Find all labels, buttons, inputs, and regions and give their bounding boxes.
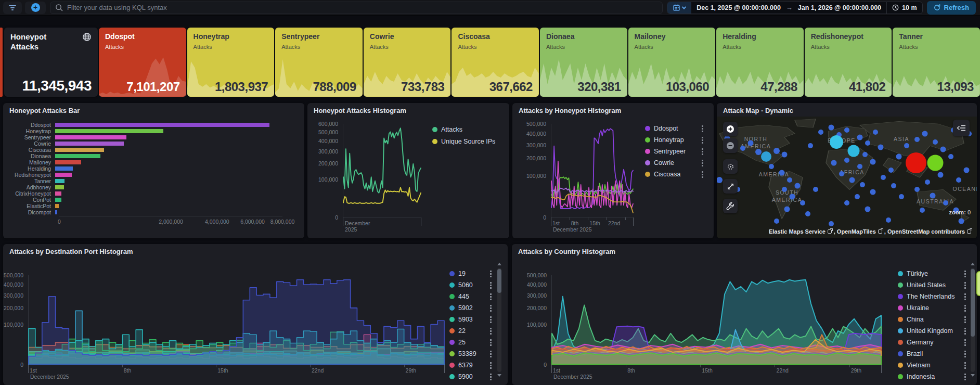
bar-ciscoasa[interactable] [55, 148, 104, 152]
map-attack-point[interactable] [795, 183, 801, 189]
chart-plot[interactable] [551, 275, 881, 365]
map-attack-point[interactable] [844, 127, 849, 133]
map-attack-point[interactable] [769, 164, 774, 169]
map-attack-point[interactable] [844, 158, 849, 163]
panel-title[interactable]: Attacks by Honeypot Histogram [519, 107, 621, 114]
map-attack-point[interactable] [773, 148, 780, 154]
map-attack-point[interactable] [829, 221, 834, 226]
legend-item-china[interactable]: China [898, 315, 924, 324]
legend-scroll-up[interactable] [971, 263, 975, 265]
filter-menu-button[interactable] [3, 2, 22, 14]
legend-menu-button[interactable] [961, 338, 969, 346]
map-attack-point[interactable] [914, 187, 920, 192]
map-attack-point[interactable] [831, 160, 837, 165]
legend-item-attacks[interactable]: Attacks [432, 125, 462, 134]
legend-menu-button[interactable] [961, 350, 969, 358]
map-attack-point[interactable] [782, 187, 787, 192]
map-attribution-link[interactable]: OpenStreetMap contributors [887, 228, 965, 235]
map-attack-point[interactable] [943, 200, 948, 206]
legend-item-5902[interactable]: 5902 [449, 303, 473, 313]
map-attack-point[interactable] [755, 149, 762, 155]
map-attack-point[interactable] [959, 219, 964, 224]
map-attack-point[interactable] [787, 177, 792, 183]
map-attack-point[interactable] [930, 193, 936, 199]
legend-menu-button[interactable] [487, 373, 494, 381]
map-attack-point[interactable] [922, 131, 928, 136]
map-attack-point[interactable] [904, 143, 909, 148]
map-attack-cluster[interactable] [761, 151, 771, 162]
legend-item-5900[interactable]: 5900 [449, 372, 473, 381]
legend-item-ciscoasa[interactable]: Ciscoasa [645, 170, 680, 179]
chart-plot[interactable] [28, 275, 444, 365]
bar-dicompot[interactable] [55, 210, 57, 214]
panel-title[interactable]: Attacks by Destination Port Histogram [9, 248, 133, 255]
legend-item-22[interactable]: 22 [449, 326, 466, 336]
legend-scroll-down[interactable] [971, 374, 975, 377]
map-attack-point[interactable] [844, 200, 849, 206]
legend-item-vietnam[interactable]: Vietnam [898, 361, 931, 370]
bar-tanner[interactable] [55, 179, 65, 183]
map-locate-button[interactable] [723, 159, 738, 174]
legend-scrollbar-thumb[interactable] [971, 269, 975, 337]
legend-menu-button[interactable] [961, 327, 969, 335]
legend-item-5903[interactable]: 5903 [449, 315, 473, 324]
legend-menu-button[interactable] [961, 292, 969, 301]
legend-item-the-netherlands[interactable]: The Netherlands [898, 292, 955, 301]
legend-menu-button[interactable] [699, 124, 706, 133]
map-attack-point[interactable] [891, 183, 896, 188]
map-zoom-out-button[interactable] [723, 138, 738, 153]
map-attack-point[interactable] [888, 168, 894, 173]
map-attack-point[interactable] [865, 140, 870, 146]
map-attack-cluster[interactable] [830, 135, 843, 149]
map-attack-cluster[interactable] [847, 145, 859, 157]
bar-ddospot[interactable] [55, 123, 269, 127]
legend-item-445[interactable]: 445 [449, 292, 469, 301]
map-attribution-link[interactable]: Elastic Maps Service [769, 228, 826, 235]
bar-sentrypeer[interactable] [55, 135, 126, 139]
legend-scroll-down[interactable] [497, 374, 501, 377]
map-attack-point[interactable] [748, 140, 754, 146]
legend-menu-button[interactable] [961, 304, 969, 312]
search-input[interactable] [67, 4, 657, 11]
map-attack-point[interactable] [938, 172, 944, 178]
map-attack-point[interactable] [899, 194, 904, 199]
legend-menu-button[interactable] [699, 170, 706, 178]
map-attack-point[interactable] [740, 146, 745, 151]
legend-menu-button[interactable] [961, 270, 969, 278]
map-attack-point[interactable] [881, 175, 886, 180]
map-attack-point[interactable] [870, 159, 876, 164]
calendar-button[interactable] [667, 2, 691, 14]
map-attack-point[interactable] [933, 139, 938, 145]
bar-cowrie[interactable] [55, 142, 124, 146]
map-tools-button[interactable] [723, 199, 738, 213]
world-map[interactable]: zoom: 0 Elastic Maps Service, OpenMapTil… [717, 117, 977, 238]
legend-menu-button[interactable] [699, 159, 706, 167]
bar-citrixhoneypot[interactable] [55, 191, 61, 196]
legend-item-cowrie[interactable]: Cowrie [645, 158, 674, 168]
legend-menu-button[interactable] [961, 281, 969, 289]
legend-item-25[interactable]: 25 [449, 338, 466, 347]
map-attack-point[interactable] [829, 125, 834, 131]
map-attack-point[interactable] [839, 171, 844, 176]
map-attack-point[interactable] [857, 164, 862, 169]
legend-item-indonesia[interactable]: Indonesia [898, 372, 935, 381]
bar-conpot[interactable] [55, 198, 61, 202]
bar-heralding[interactable] [55, 166, 73, 171]
chart-plot[interactable] [551, 124, 633, 217]
legend-menu-button[interactable] [961, 315, 969, 324]
map-attack-point[interactable] [805, 211, 810, 216]
map-attack-cluster[interactable] [927, 155, 944, 171]
map-attack-point[interactable] [813, 187, 818, 192]
map-attack-point[interactable] [857, 134, 863, 140]
legend-item-united-states[interactable]: United States [898, 280, 946, 290]
legend-item-53389[interactable]: 53389 [449, 349, 476, 358]
panel-title[interactable]: Attack Map - Dynamic [723, 107, 793, 114]
legend-menu-button[interactable] [487, 270, 494, 278]
bar-elasticpot[interactable] [55, 204, 59, 208]
map-attack-point[interactable] [774, 219, 779, 224]
date-range-start[interactable]: Dec 1, 2025 @ 00:00:00.000 [691, 4, 786, 11]
map-attribution-link[interactable]: OpenMapTiles [837, 228, 876, 235]
map-attack-point[interactable] [790, 194, 795, 200]
legend-item-united-kingdom[interactable]: United Kingdom [898, 326, 953, 336]
legend-menu-button[interactable] [487, 304, 494, 312]
